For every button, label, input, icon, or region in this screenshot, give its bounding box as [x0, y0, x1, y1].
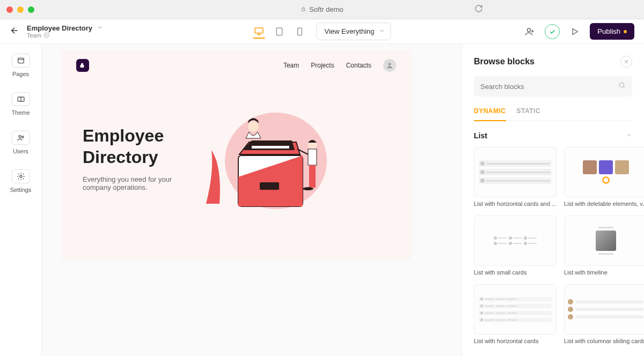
minimize-window[interactable]: [17, 6, 24, 13]
block-label: List with timeline: [564, 269, 644, 276]
window-controls: [6, 6, 34, 13]
sidebar-item-users[interactable]: Users: [12, 131, 30, 154]
nav-link[interactable]: Projects: [311, 62, 334, 69]
status-dot: [624, 30, 627, 33]
tab-dynamic[interactable]: DYNAMIC: [474, 107, 506, 121]
svg-rect-18: [308, 149, 317, 165]
publish-label: Publish: [597, 27, 620, 35]
theme-icon: [12, 92, 30, 106]
block-thumbnail: [474, 147, 557, 197]
svg-point-16: [248, 121, 259, 132]
svg-point-1: [46, 34, 47, 36]
sidebar-label: Users: [13, 148, 28, 154]
svg-point-21: [619, 83, 624, 87]
address-bar[interactable]: Softr demo: [301, 5, 343, 13]
svg-point-9: [21, 136, 23, 138]
svg-rect-19: [309, 165, 316, 188]
workspace-name[interactable]: Team: [27, 32, 41, 39]
block-option[interactable]: List with horizontal cards: [474, 284, 557, 344]
page-preview[interactable]: Team Projects Contacts Employee Director…: [61, 50, 411, 259]
nav-link[interactable]: Contacts: [346, 62, 371, 69]
sidebar-item-pages[interactable]: Pages: [12, 54, 30, 77]
block-thumbnail: [564, 284, 644, 335]
block-option[interactable]: List with small cards: [474, 216, 557, 276]
block-label: List with horizontal cards: [474, 338, 557, 344]
add-user-icon[interactable]: [522, 24, 537, 39]
mobile-view-button[interactable]: [294, 26, 306, 38]
sidebar-label: Settings: [10, 187, 32, 193]
svg-rect-2: [255, 28, 263, 33]
panel-title: Browse blocks: [474, 57, 535, 66]
sidebar-label: Pages: [12, 71, 29, 77]
pages-icon: [12, 54, 30, 68]
svg-rect-3: [276, 28, 282, 35]
view-mode-dropdown[interactable]: View Everything: [317, 23, 391, 40]
block-thumbnail: [564, 147, 644, 197]
hero-subtitle: Everything you need for your company ope…: [83, 175, 190, 191]
back-button[interactable]: [10, 26, 19, 38]
chevron-down-icon[interactable]: [97, 24, 103, 32]
search-input[interactable]: [480, 83, 618, 91]
app-toolbar: Employee Directory Team View Ev: [0, 19, 644, 44]
user-avatar-icon[interactable]: [383, 59, 396, 72]
block-label: List with horizontal cards and ...: [474, 201, 557, 207]
block-thumbnail: [474, 284, 557, 335]
svg-rect-6: [18, 58, 24, 63]
check-status-icon[interactable]: [545, 24, 560, 39]
project-name[interactable]: Employee Directory: [27, 24, 92, 32]
block-option[interactable]: List with horizontal cards and ...: [474, 147, 557, 207]
sidebar-label: Theme: [11, 109, 30, 116]
close-window[interactable]: [6, 6, 13, 13]
site-nav: Team Projects Contacts: [283, 59, 396, 72]
section-header[interactable]: List: [474, 131, 632, 140]
search-blocks-input[interactable]: [474, 76, 632, 97]
sidebar-item-theme[interactable]: Theme: [11, 92, 30, 116]
block-label: List with deletable elements, v...: [564, 201, 644, 207]
reload-icon[interactable]: [474, 4, 483, 15]
gear-icon[interactable]: [43, 32, 49, 39]
close-panel-button[interactable]: [620, 56, 632, 68]
block-label: List with columnar sliding cards: [564, 338, 644, 344]
block-option[interactable]: List with columnar sliding cards: [564, 284, 644, 344]
tab-static[interactable]: STATIC: [517, 107, 541, 121]
svg-rect-0: [302, 9, 305, 11]
panel-tabs: DYNAMIC STATIC: [474, 107, 632, 121]
search-icon: [618, 81, 626, 91]
hero-illustration: [201, 97, 335, 220]
preview-button[interactable]: [567, 24, 582, 39]
block-thumbnail: [564, 216, 644, 266]
maximize-window[interactable]: [28, 6, 34, 13]
left-sidebar: Pages Theme Users Settings: [0, 44, 42, 356]
svg-rect-4: [298, 28, 302, 35]
browser-titlebar: Softr demo: [0, 0, 644, 19]
chevron-up-icon: [626, 131, 632, 140]
view-mode-label: View Everything: [325, 27, 375, 35]
blocks-panel: Browse blocks DYNAMIC STATIC List Lis: [462, 44, 644, 356]
settings-icon: [12, 169, 30, 183]
nav-link[interactable]: Team: [283, 62, 299, 69]
svg-point-20: [303, 187, 313, 190]
sidebar-item-settings[interactable]: Settings: [10, 169, 32, 193]
block-thumbnail: [474, 216, 557, 266]
block-option[interactable]: List with timeline: [564, 216, 644, 276]
svg-point-11: [389, 63, 391, 65]
svg-point-5: [528, 28, 531, 32]
tablet-view-button[interactable]: [274, 26, 286, 38]
canvas-area: Team Projects Contacts Employee Director…: [42, 44, 462, 356]
hero-title: Employee Directory: [83, 125, 190, 168]
svg-point-10: [20, 175, 22, 177]
desktop-view-button[interactable]: [253, 27, 265, 39]
users-icon: [12, 131, 30, 145]
section-title: List: [474, 131, 487, 140]
block-option[interactable]: List with deletable elements, v...: [564, 147, 644, 207]
page-url: Softr demo: [309, 5, 343, 13]
lock-icon: [301, 5, 306, 13]
chevron-down-icon: [378, 27, 385, 35]
block-label: List with small cards: [474, 269, 557, 276]
svg-rect-15: [252, 146, 289, 149]
publish-button[interactable]: Publish: [590, 23, 634, 40]
brand-logo[interactable]: [76, 59, 89, 72]
svg-rect-14: [260, 182, 279, 190]
svg-point-8: [19, 135, 21, 137]
